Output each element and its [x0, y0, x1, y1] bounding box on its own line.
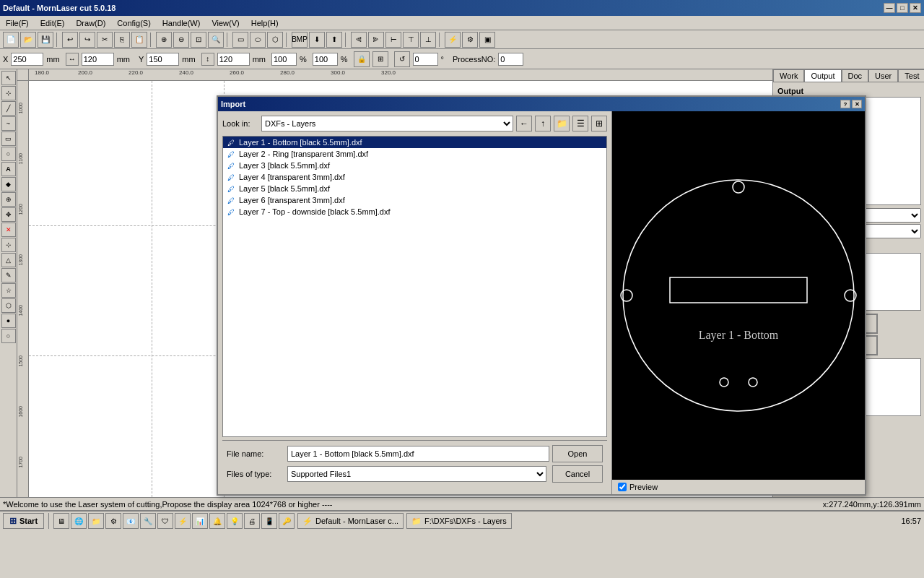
- rect-tool[interactable]: ▭: [1, 131, 16, 146]
- menu-edit[interactable]: Edit(E): [35, 17, 71, 29]
- x-input[interactable]: [11, 53, 43, 66]
- export-button[interactable]: ⬆: [326, 32, 342, 48]
- nav-create-folder-button[interactable]: 📁: [554, 116, 570, 131]
- open-button[interactable]: Open: [552, 445, 603, 462]
- refresh-button[interactable]: ↺: [394, 51, 410, 67]
- pen-tool[interactable]: ✎: [1, 268, 16, 282]
- filename-input[interactable]: [287, 446, 549, 462]
- height-input[interactable]: [217, 53, 250, 66]
- laser-config-button[interactable]: ⚡: [445, 32, 461, 48]
- paste-button[interactable]: 📋: [131, 32, 147, 48]
- grid-toggle-button[interactable]: ⊞: [372, 51, 388, 67]
- redo-button[interactable]: ↪: [79, 32, 95, 48]
- menu-draw[interactable]: Draw(D): [70, 17, 111, 29]
- circle-tool[interactable]: ○: [1, 329, 16, 343]
- zoom-fit-button[interactable]: ⊡: [191, 32, 206, 48]
- select-button[interactable]: ▭: [232, 32, 248, 48]
- line-tool[interactable]: ╱: [1, 101, 16, 116]
- pct2-input[interactable]: [313, 53, 338, 66]
- zoom-tool[interactable]: ⊕: [1, 192, 16, 207]
- file-item-4[interactable]: 🖊 Layer 5 [black 5.5mm].dxf: [223, 183, 606, 194]
- preview-label[interactable]: Preview: [629, 483, 658, 491]
- align-right-button[interactable]: ⊢: [385, 32, 401, 48]
- bitmap-button[interactable]: BMP: [292, 32, 308, 48]
- align-bottom-button[interactable]: ⊥: [420, 32, 436, 48]
- taskbar-app1[interactable]: ⚡ Default - MornLaser c...: [297, 513, 404, 529]
- node-tool[interactable]: ⊹: [1, 86, 16, 100]
- origin-tool[interactable]: ⊹: [1, 238, 16, 252]
- file-item-6[interactable]: 🖊 Layer 7 - Top - downside [black 5.5mm]…: [223, 206, 606, 217]
- align-center-button[interactable]: ⫸: [368, 32, 384, 48]
- cancel-button[interactable]: Cancel: [552, 465, 603, 483]
- zoom-in-button[interactable]: ⊕: [156, 32, 172, 48]
- tb-shortcut-8[interactable]: ⚡: [175, 513, 191, 529]
- angle-input[interactable]: [413, 53, 438, 66]
- text-tool[interactable]: A: [1, 162, 16, 176]
- triangle-tool[interactable]: △: [1, 253, 16, 267]
- menu-handle[interactable]: Handle(W): [157, 17, 206, 29]
- shape-tool[interactable]: ☆: [1, 283, 16, 298]
- hand-tool[interactable]: ✥: [1, 207, 16, 222]
- align-top-button[interactable]: ⊤: [403, 32, 419, 48]
- lookin-select[interactable]: DXFs - Layers: [261, 116, 513, 131]
- file-item-0[interactable]: 🖊 Layer 1 - Bottom [black 5.5mm].dxf: [223, 137, 606, 148]
- taskbar-app2[interactable]: 📁 F:\DXFs\DXFs - Layers: [406, 513, 512, 529]
- nav-view-button[interactable]: ☰: [572, 116, 588, 131]
- menu-config[interactable]: Config(S): [111, 17, 156, 29]
- tb-shortcut-5[interactable]: 📧: [123, 513, 139, 529]
- tab-output[interactable]: Output: [804, 69, 841, 82]
- tb-shortcut-1[interactable]: 🖥: [53, 513, 69, 529]
- tab-doc[interactable]: Doc: [842, 69, 869, 82]
- tb-shortcut-12[interactable]: 🖨: [244, 513, 260, 529]
- start-button[interactable]: ⊞ Start: [3, 513, 44, 529]
- file-list[interactable]: 🖊 Layer 1 - Bottom [black 5.5mm].dxf 🖊 L…: [222, 136, 607, 437]
- new-button[interactable]: 📄: [3, 32, 19, 48]
- nav-view2-button[interactable]: ⊞: [591, 116, 607, 131]
- ellipse-tool[interactable]: ○: [1, 147, 16, 161]
- zoom-select-button[interactable]: 🔍: [208, 32, 224, 48]
- nav-up-button[interactable]: ↑: [535, 116, 551, 131]
- tb-shortcut-2[interactable]: 🌐: [71, 513, 87, 529]
- tb-shortcut-3[interactable]: 📁: [88, 513, 104, 529]
- tb-shortcut-10[interactable]: 🔔: [209, 513, 225, 529]
- file-item-1[interactable]: 🖊 Layer 2 - Ring [transparent 3mm].dxf: [223, 148, 606, 160]
- width-input[interactable]: [82, 53, 114, 66]
- import-button[interactable]: ⬇: [309, 32, 325, 48]
- laser-dot[interactable]: ●: [1, 314, 16, 328]
- nav-back-button[interactable]: ←: [516, 116, 532, 131]
- save-button[interactable]: 💾: [38, 32, 53, 48]
- bezier-tool[interactable]: ~: [1, 116, 16, 131]
- tb-shortcut-7[interactable]: 🛡: [157, 513, 173, 529]
- poly-tool[interactable]: ⬡: [1, 298, 16, 313]
- tb-shortcut-14[interactable]: 🔑: [279, 513, 295, 529]
- file-item-3[interactable]: 🖊 Layer 4 [transparent 3mm].dxf: [223, 171, 606, 183]
- undo-button[interactable]: ↩: [62, 32, 78, 48]
- tb-shortcut-6[interactable]: 🔧: [140, 513, 156, 529]
- ellipse-button[interactable]: ⬭: [250, 32, 266, 48]
- group-button[interactable]: ▣: [479, 32, 495, 48]
- tab-test[interactable]: Test: [898, 69, 924, 82]
- menu-help[interactable]: Help(H): [245, 17, 284, 29]
- polygon-button[interactable]: ⬡: [267, 32, 283, 48]
- dialog-help-button[interactable]: ?: [840, 100, 850, 108]
- tb-shortcut-4[interactable]: ⚙: [105, 513, 121, 529]
- close-button[interactable]: ✕: [910, 3, 921, 13]
- tab-user[interactable]: User: [868, 69, 898, 82]
- filetype-select[interactable]: Supported Files1: [287, 466, 546, 482]
- lock-width-icon[interactable]: ↔: [66, 53, 79, 66]
- lock-height-icon[interactable]: ↕: [201, 53, 214, 66]
- menu-view[interactable]: View(V): [206, 17, 245, 29]
- cut-button[interactable]: ✂: [97, 32, 113, 48]
- preview-checkbox[interactable]: [618, 483, 627, 491]
- lock-aspect-button[interactable]: 🔒: [354, 51, 370, 67]
- copy-button[interactable]: ⎘: [114, 32, 130, 48]
- align-left-button[interactable]: ⫷: [351, 32, 367, 48]
- tb-shortcut-9[interactable]: 📊: [192, 513, 208, 529]
- select-tool[interactable]: ↖: [1, 71, 16, 85]
- zoom-out-button[interactable]: ⊖: [173, 32, 189, 48]
- tab-work[interactable]: Work: [773, 69, 804, 82]
- minimize-button[interactable]: —: [884, 3, 895, 13]
- pct1-input[interactable]: [271, 53, 297, 66]
- point-tool[interactable]: ◆: [1, 177, 16, 191]
- machine-config-button[interactable]: ⚙: [462, 32, 478, 48]
